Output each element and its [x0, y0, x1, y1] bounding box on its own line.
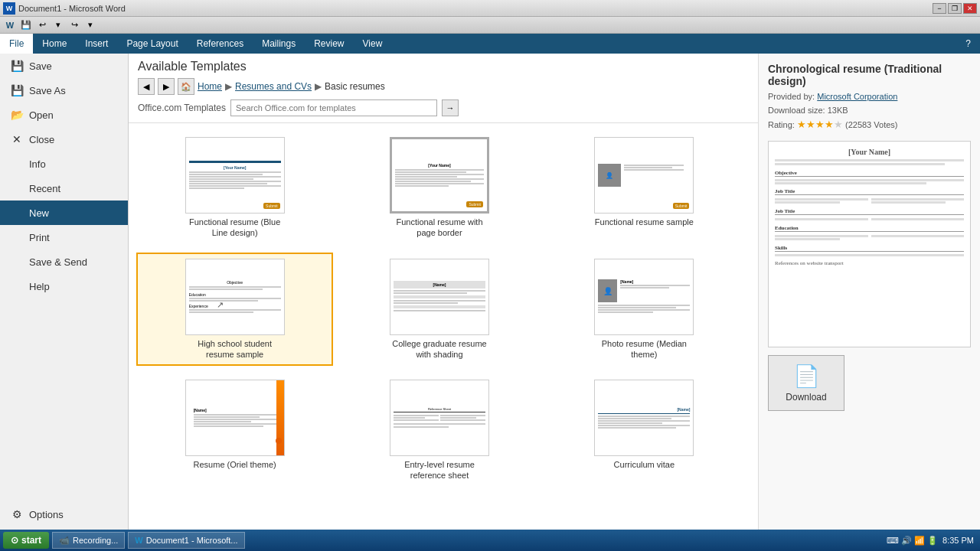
taskbar-word[interactable]: W Document1 - Microsoft...: [128, 532, 244, 549]
template-label-7: Resume (Oriel theme): [194, 459, 276, 470]
sidebar-item-new[interactable]: New: [0, 201, 128, 225]
sidebar-item-info[interactable]: Info: [0, 152, 128, 176]
template-item-2[interactable]: [Your Name] Submit Functional resu: [341, 131, 537, 245]
nav-back-button[interactable]: ◀: [138, 78, 155, 95]
template-item-1[interactable]: [Your Name] Submit Functional resu: [136, 131, 333, 245]
sidebar-item-help[interactable]: Help: [0, 274, 128, 298]
sidebar: 💾 Save 💾 Save As 📂 Open ✕ Close Info Rec…: [0, 54, 129, 551]
tab-mailings[interactable]: Mailings: [253, 34, 305, 54]
templates-scroll[interactable]: [Your Name] Submit Functional resu: [129, 123, 758, 551]
breadcrumb-sep-1: ▶: [225, 81, 232, 92]
search-input[interactable]: [230, 99, 437, 116]
sidebar-save-as-label: Save As: [29, 85, 66, 96]
help-icon[interactable]: ?: [956, 34, 980, 54]
template-label-8: Entry-level resume reference sheet: [390, 459, 489, 481]
nav-forward-button[interactable]: ▶: [158, 78, 175, 95]
content-area: Available Templates ◀ ▶ 🏠 Home ▶ Resumes…: [129, 54, 758, 551]
template-label-3: Functional resume sample: [595, 217, 694, 227]
ribbon: File Home Insert Page Layout References …: [0, 34, 980, 54]
template-thumb-3: 👤 Submi: [594, 137, 694, 214]
votes-label: (22583 Votes): [845, 120, 898, 129]
template-label-2: Functional resume with page border: [390, 217, 489, 239]
sidebar-item-print[interactable]: Print: [0, 225, 128, 249]
tab-file[interactable]: File: [0, 34, 33, 54]
start-button[interactable]: ⊙ start: [3, 532, 49, 549]
customize-btn[interactable]: ▾: [83, 18, 97, 32]
recording-label: Recording...: [73, 536, 118, 545]
templates-grid: [Your Name] Submit Functional resu: [136, 131, 750, 487]
sidebar-item-recent[interactable]: Recent: [0, 176, 128, 201]
submit-badge-3: Submit: [673, 203, 690, 209]
save-icon: 💾: [9, 58, 24, 73]
main-container: 💾 Save 💾 Save As 📂 Open ✕ Close Info Rec…: [0, 54, 980, 551]
preview-title: Chronological resume (Traditional design…: [768, 63, 971, 87]
template-thumb-2: [Your Name] Submit: [390, 137, 489, 214]
preview-meta: Provided by: Microsoft Corporation Downl…: [768, 90, 971, 133]
template-item-8[interactable]: Reference Sheet: [341, 373, 537, 487]
download-size-label: Download size:: [768, 106, 825, 115]
template-thumb-5: [Name]: [390, 259, 489, 335]
template-thumb-7: [Name]: [185, 380, 285, 456]
template-item-7[interactable]: [Name] Resume (Oriel theme): [136, 373, 333, 487]
sidebar-item-save-send[interactable]: Save & Send: [0, 249, 128, 274]
right-panel: Chronological resume (Traditional design…: [758, 54, 980, 551]
download-button[interactable]: 📄 Download: [768, 355, 844, 411]
template-label-1: Functional resume (Blue Line design): [185, 217, 285, 239]
save-quick-btn[interactable]: 💾: [19, 18, 33, 32]
start-label: start: [21, 535, 41, 546]
sidebar-new-label: New: [29, 207, 49, 219]
save-as-icon: 💾: [9, 83, 24, 98]
tab-references[interactable]: References: [188, 34, 253, 54]
sidebar-save-send-label: Save & Send: [29, 256, 87, 268]
template-item-6[interactable]: 👤 [Name]: [546, 253, 743, 367]
template-item-9[interactable]: [Name] Curriculum vitae: [546, 373, 743, 487]
redo-btn[interactable]: ↪: [67, 18, 81, 32]
submit-badge-2: Submit: [466, 201, 483, 207]
tab-page-layout[interactable]: Page Layout: [117, 34, 187, 54]
template-item-3[interactable]: 👤 Submi: [546, 131, 743, 245]
home-button[interactable]: 🏠: [178, 78, 194, 95]
word-taskbar-label: Document1 - Microsoft...: [146, 536, 238, 545]
clock: 8:35 PM: [942, 536, 974, 545]
title-bar: W Document1 - Microsoft Word − ❐ ✕: [0, 0, 980, 17]
template-label-5: College graduate resume with shading: [390, 338, 489, 360]
download-size: 13KB: [828, 106, 848, 115]
breadcrumb-current: Basic resumes: [325, 81, 385, 92]
search-section-label: Office.com Templates: [138, 103, 226, 113]
template-thumb-4: Objective Education Experience ↗: [185, 259, 285, 335]
options-icon: ⚙: [9, 507, 24, 522]
start-orb: ⊙: [11, 535, 18, 546]
breadcrumb-resumes[interactable]: Resumes and CVs: [235, 81, 312, 92]
info-icon: [9, 156, 24, 171]
tab-view[interactable]: View: [354, 34, 392, 54]
restore-button[interactable]: ❐: [948, 3, 962, 14]
minimize-button[interactable]: −: [933, 3, 946, 14]
template-thumb-1: [Your Name] Submit: [185, 137, 285, 214]
sidebar-close-label: Close: [29, 134, 54, 145]
sidebar-recent-label: Recent: [29, 183, 60, 194]
tab-review[interactable]: Review: [305, 34, 353, 54]
undo-btn[interactable]: ↩: [35, 18, 49, 32]
template-item-4[interactable]: Objective Education Experience ↗ H: [136, 253, 333, 367]
tab-home[interactable]: Home: [33, 34, 76, 54]
tab-insert[interactable]: Insert: [76, 34, 117, 54]
page-title: Available Templates: [138, 60, 749, 73]
sidebar-info-label: Info: [29, 158, 46, 170]
breadcrumb-home[interactable]: Home: [198, 81, 222, 92]
close-button[interactable]: ✕: [963, 3, 977, 14]
sidebar-item-close[interactable]: ✕ Close: [0, 127, 128, 152]
template-thumb-9: [Name]: [594, 380, 694, 456]
taskbar-recording[interactable]: 📹 Recording...: [52, 532, 125, 549]
search-button[interactable]: →: [442, 99, 459, 116]
recording-icon: 📹: [59, 536, 70, 546]
template-item-5[interactable]: [Name] College graduate resume with shad…: [341, 253, 537, 367]
sidebar-item-open[interactable]: 📂 Open: [0, 103, 128, 127]
word-taskbar-icon: W: [135, 536, 142, 545]
sidebar-item-options[interactable]: ⚙ Options: [0, 502, 128, 527]
open-icon: 📂: [9, 107, 24, 122]
provider-link[interactable]: Microsoft Corporation: [817, 92, 897, 101]
undo-dropdown[interactable]: ▾: [51, 18, 65, 32]
sidebar-item-save-as[interactable]: 💾 Save As: [0, 78, 128, 103]
sidebar-item-save[interactable]: 💾 Save: [0, 54, 128, 78]
save-send-icon: [9, 254, 24, 269]
